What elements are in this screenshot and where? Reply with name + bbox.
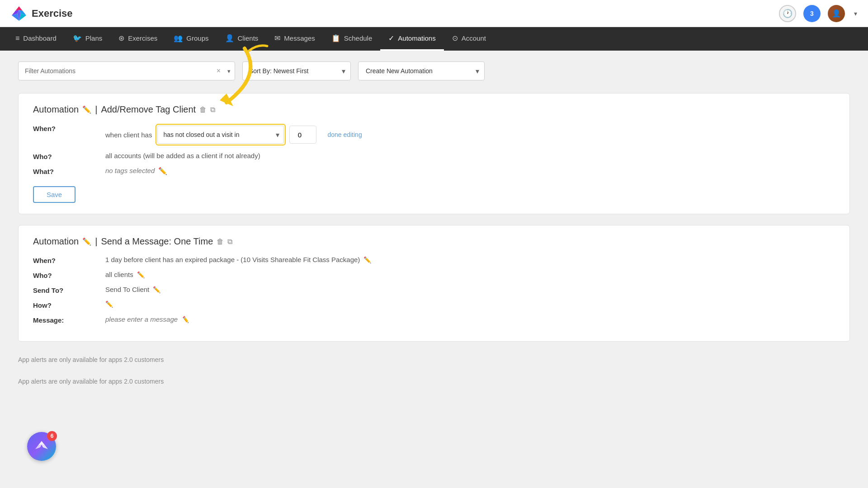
save-button-1[interactable]: Save	[33, 186, 75, 203]
how-value-2: ✏️	[105, 300, 113, 308]
message-row-2: Message: please enter a message ✏️	[33, 315, 835, 324]
when-row-1: When? when client has has not closed out…	[33, 124, 835, 145]
automation-edit-icon-2[interactable]: ✏️	[82, 237, 91, 246]
nav-dashboard-label: Dashboard	[23, 34, 56, 42]
nav-account[interactable]: ⊙ Account	[444, 27, 494, 51]
title-separator-1: |	[95, 104, 97, 115]
send-to-label-2: Send To?	[33, 286, 105, 294]
automation-copy-icon-1[interactable]: ⧉	[210, 106, 215, 114]
nav-messages[interactable]: ✉ Messages	[266, 27, 323, 51]
clock-button[interactable]: 🕐	[779, 5, 796, 22]
nav-dashboard[interactable]: ≡ Dashboard	[7, 27, 65, 51]
when-row-2: When? 1 day before client has an expired…	[33, 256, 835, 264]
done-editing-link[interactable]: done editing	[327, 131, 362, 138]
messages-icon: ✉	[274, 34, 280, 42]
when-label-2: When?	[33, 256, 105, 264]
nav-automations[interactable]: ✓ Automations	[380, 27, 443, 51]
chat-badge: 6	[47, 431, 57, 441]
automation-trash-icon-1[interactable]: 🗑	[199, 106, 207, 114]
chat-bubble[interactable]: 6	[27, 432, 56, 461]
card-title-1: Automation ✏️ | Add/Remove Tag Client 🗑 …	[33, 104, 835, 115]
automation-name-2: Send a Message: One Time	[101, 236, 213, 247]
who-value-2: all clients ✏️	[105, 271, 145, 278]
nav-plans-label: Plans	[85, 34, 103, 42]
topbar-right: 🕐 3 👤 ▾	[779, 5, 857, 22]
automation-card-2: Automation ✏️ | Send a Message: One Time…	[18, 225, 850, 342]
clock-icon: 🕐	[783, 9, 793, 19]
main-content: × ▾ Sort By: Newest First Sort By: Oldes…	[0, 51, 868, 399]
create-automation-wrap: Create New Automation	[358, 61, 485, 80]
nav-schedule-label: Schedule	[344, 34, 373, 42]
who-label-2: Who?	[33, 271, 105, 279]
when-prefix-1: when client has	[105, 131, 152, 139]
what-value-1: no tags selected	[105, 167, 155, 174]
arrow-annotation	[118, 39, 272, 130]
card-title-2: Automation ✏️ | Send a Message: One Time…	[33, 236, 835, 247]
who-edit-icon-2[interactable]: ✏️	[137, 271, 145, 278]
avatar-image: 👤	[832, 9, 841, 18]
nav-clients-label: Clients	[238, 34, 259, 42]
what-row-1: What? no tags selected ✏️	[33, 167, 835, 175]
who-label-1: Who?	[33, 152, 105, 160]
schedule-icon: 📋	[331, 34, 340, 42]
when-select-highlight: has not closed out a visit in has closed…	[156, 124, 286, 145]
when-select-wrap: has not closed out a visit in has closed…	[157, 126, 284, 144]
send-to-value-2: Send To Client ✏️	[105, 286, 160, 293]
topbar: Exercise 🕐 3 👤 ▾	[0, 0, 868, 27]
nav-schedule[interactable]: 📋 Schedule	[323, 27, 381, 51]
filter-input[interactable]	[18, 61, 235, 80]
clients-icon: 👤	[225, 34, 234, 42]
nav-groups[interactable]: 👥 Groups	[165, 27, 217, 51]
notification-button[interactable]: 3	[803, 5, 821, 22]
groups-icon: 👥	[174, 34, 183, 42]
svg-marker-7	[38, 441, 45, 446]
when-edit-icon-2[interactable]: ✏️	[363, 256, 371, 263]
when-value-2: 1 day before client has an expired packa…	[105, 256, 371, 263]
plans-icon: 🐦	[73, 34, 82, 42]
app-notice-2: App alerts are only available for apps 2…	[18, 374, 850, 389]
automation-title-label-2: Automation	[33, 236, 79, 247]
filter-clear-icon[interactable]: ×	[217, 67, 221, 75]
nav-messages-label: Messages	[284, 34, 315, 42]
message-edit-icon-2[interactable]: ✏️	[181, 316, 189, 323]
nav-account-label: Account	[462, 34, 486, 42]
when-label-1: When?	[33, 124, 105, 132]
what-edit-icon-1[interactable]: ✏️	[158, 167, 167, 175]
avatar[interactable]: 👤	[828, 5, 845, 22]
automation-card-1: Automation ✏️ | Add/Remove Tag Client 🗑 …	[18, 93, 850, 214]
who-row-2: Who? all clients ✏️	[33, 271, 835, 279]
nav-groups-label: Groups	[186, 34, 208, 42]
when-condition-select[interactable]: has not closed out a visit in has closed…	[157, 126, 284, 144]
who-row-1: Who? all accounts (will be added as a cl…	[33, 152, 835, 160]
filter-bar: × ▾ Sort By: Newest First Sort By: Oldes…	[18, 61, 850, 80]
send-to-edit-icon-2[interactable]: ✏️	[153, 286, 160, 293]
nav-clients[interactable]: 👤 Clients	[217, 27, 267, 51]
automation-title-label-1: Automation	[33, 104, 79, 115]
when-days-input[interactable]	[289, 126, 316, 144]
exercises-icon: ⊛	[118, 34, 124, 42]
automation-edit-icon-1[interactable]: ✏️	[82, 105, 91, 114]
sort-select-wrap: Sort By: Newest First Sort By: Oldest Fi…	[242, 61, 351, 80]
dashboard-icon: ≡	[15, 34, 19, 42]
automation-trash-icon-2[interactable]: 🗑	[217, 238, 224, 246]
filter-dropdown-icon[interactable]: ▾	[227, 68, 231, 75]
sort-select[interactable]: Sort By: Newest First Sort By: Oldest Fi…	[242, 61, 351, 80]
nav-plans[interactable]: 🐦 Plans	[65, 27, 111, 51]
automations-icon: ✓	[388, 34, 394, 42]
create-automation-select[interactable]: Create New Automation	[358, 61, 485, 80]
account-chevron[interactable]: ▾	[854, 10, 857, 17]
notification-count: 3	[810, 10, 814, 17]
automation-copy-icon-2[interactable]: ⧉	[227, 238, 232, 246]
message-value-2: please enter a message ✏️	[105, 315, 189, 323]
nav-exercises-label: Exercises	[128, 34, 157, 42]
chat-bubble-icon[interactable]: 6	[27, 432, 56, 461]
app-notice-1: App alerts are only available for apps 2…	[18, 352, 850, 367]
chat-icon	[34, 439, 49, 454]
title-separator-2: |	[95, 236, 97, 247]
who-value-1: all accounts (will be added as a client …	[105, 152, 260, 160]
how-edit-icon-2[interactable]: ✏️	[105, 300, 113, 308]
nav-automations-label: Automations	[398, 34, 435, 42]
how-row-2: How? ✏️	[33, 300, 835, 309]
nav-exercises[interactable]: ⊛ Exercises	[110, 27, 165, 51]
app-logo	[11, 5, 27, 22]
